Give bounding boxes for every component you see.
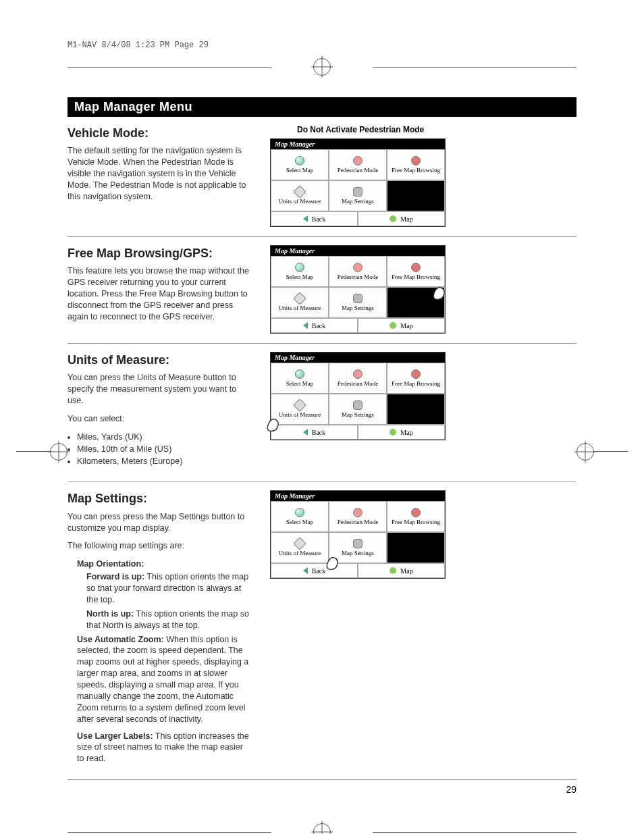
person-icon bbox=[353, 156, 363, 165]
top-cropmark-row bbox=[68, 57, 576, 77]
free-map-section: Free Map Browsing/GPS: This feature lets… bbox=[68, 237, 576, 344]
map-settings-intro: The following map settings are: bbox=[68, 540, 250, 552]
settings-icon bbox=[353, 187, 363, 197]
mm-settings[interactable]: Map Settings bbox=[329, 532, 387, 563]
units-option: Kilometers, Meters (Europe) bbox=[77, 456, 250, 467]
mm-units[interactable]: Units of Measure bbox=[271, 532, 329, 563]
mm-map-button[interactable]: Map bbox=[358, 563, 445, 578]
units-section: Units of Measure: You can press the Unit… bbox=[68, 344, 576, 482]
mm-settings[interactable]: Map Settings bbox=[329, 394, 387, 425]
mm-pedestrian[interactable]: Pedestrian Mode bbox=[329, 363, 387, 394]
mm-empty bbox=[387, 180, 445, 211]
mm-free-browse[interactable]: Free Map Browsing bbox=[387, 501, 445, 532]
mm-map-button[interactable]: Map bbox=[358, 425, 445, 440]
pencil-icon bbox=[293, 185, 306, 199]
mm-select-map[interactable]: Select Map bbox=[271, 501, 329, 532]
mm-free-browse[interactable]: Free Map Browsing bbox=[387, 363, 445, 394]
units-heading: Units of Measure: bbox=[68, 352, 250, 368]
right-cropmark bbox=[576, 443, 637, 461]
mm-title: Map Manager bbox=[271, 139, 445, 149]
page-number: 29 bbox=[68, 784, 576, 795]
forward-is-up-option: Forward is up: This option orients the m… bbox=[86, 571, 250, 606]
free-map-heading: Free Map Browsing/GPS: bbox=[68, 245, 250, 261]
map-manager-screenshot-2: Map Manager Select Map Pedestrian Mode F… bbox=[270, 245, 446, 334]
mm-units[interactable]: Units of Measure bbox=[271, 394, 329, 425]
mm-select-map[interactable]: Select Map bbox=[271, 363, 329, 394]
bottom-cropmark-row bbox=[68, 822, 576, 834]
map-manager-screenshot-4: Map Manager Select Map Pedestrian Mode F… bbox=[270, 490, 446, 579]
crop-target-icon bbox=[313, 58, 331, 76]
units-body: You can press the Units of Measure butto… bbox=[68, 372, 250, 407]
mm-map-button[interactable]: Map bbox=[358, 318, 445, 333]
mm-units[interactable]: Units of Measure bbox=[271, 287, 329, 318]
automatic-zoom-option: Use Automatic Zoom: When this option is … bbox=[77, 634, 250, 725]
mm-select-map[interactable]: Select Map bbox=[271, 149, 329, 180]
mm-back-button[interactable]: Back bbox=[271, 318, 358, 333]
mm-map-button[interactable]: Map bbox=[358, 211, 445, 226]
mm-free-browse[interactable]: Free Map Browsing bbox=[387, 149, 445, 180]
print-header: M1-NAV 8/4/08 1:23 PM Page 29 bbox=[68, 41, 576, 50]
section-title-bar: Map Manager Menu bbox=[68, 97, 576, 117]
map-manager-screenshot-3: Map Manager Select Map Pedestrian Mode F… bbox=[270, 352, 446, 440]
mm-back-button[interactable]: Back bbox=[271, 425, 358, 440]
back-triangle-icon bbox=[303, 215, 308, 222]
map-settings-heading: Map Settings: bbox=[68, 490, 250, 506]
mm-free-browse[interactable]: Free Map Browsing bbox=[387, 256, 445, 287]
units-option: Miles, 10th of a Mile (US) bbox=[77, 444, 250, 455]
mm-settings[interactable]: Map Settings bbox=[329, 180, 387, 211]
map-dot-icon bbox=[390, 215, 396, 222]
mm-back-button[interactable]: Back bbox=[271, 211, 358, 226]
globe-icon bbox=[295, 156, 304, 165]
vehicle-mode-body: The default setting for the navigation s… bbox=[68, 145, 250, 202]
free-map-body: This feature lets you browse the map wit… bbox=[68, 265, 250, 322]
mm-pedestrian[interactable]: Pedestrian Mode bbox=[329, 256, 387, 287]
map-settings-body: You can press press the Map Settings but… bbox=[68, 511, 250, 534]
mm-back-button[interactable]: Back bbox=[271, 563, 358, 578]
mm-settings[interactable]: Map Settings bbox=[329, 287, 387, 318]
map-manager-screenshot-1: Map Manager Select Map Pedestrian Mode F… bbox=[270, 138, 446, 227]
arrow-icon bbox=[411, 156, 421, 165]
mm-pedestrian[interactable]: Pedestrian Mode bbox=[329, 501, 387, 532]
units-select-intro: You can select: bbox=[68, 413, 250, 425]
vehicle-mode-heading: Vehicle Mode: bbox=[68, 125, 250, 141]
left-cropmark bbox=[7, 443, 68, 461]
vehicle-mode-section: Vehicle Mode: The default setting for th… bbox=[68, 117, 576, 237]
north-is-up-option: North is up: This option orients the map… bbox=[86, 608, 250, 631]
mm-select-map[interactable]: Select Map bbox=[271, 256, 329, 287]
units-options-list: Miles, Yards (UK) Miles, 10th of a Mile … bbox=[77, 432, 250, 467]
units-option: Miles, Yards (UK) bbox=[77, 432, 250, 443]
vehicle-mode-caption: Do Not Activate Pedestrian Mode bbox=[297, 125, 576, 134]
map-orientation-title: Map Orientation: bbox=[77, 558, 250, 570]
mm-pedestrian[interactable]: Pedestrian Mode bbox=[329, 149, 387, 180]
map-settings-section: Map Settings: You can press press the Ma… bbox=[68, 482, 576, 779]
mm-units[interactable]: Units of Measure bbox=[271, 180, 329, 211]
crop-target-icon bbox=[313, 823, 331, 834]
larger-labels-option: Use Larger Labels: This option increases… bbox=[77, 731, 250, 765]
